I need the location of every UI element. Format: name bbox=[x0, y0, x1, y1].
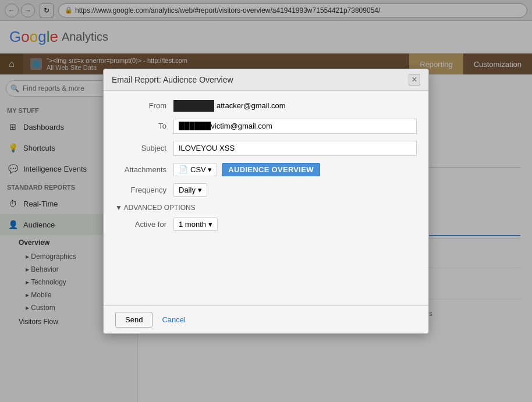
to-input[interactable] bbox=[173, 119, 417, 134]
advanced-label: ▼ ADVANCED OPTIONS bbox=[115, 204, 196, 212]
frequency-dropdown[interactable]: Daily ▾ bbox=[173, 183, 207, 197]
attachments-label: Attachments bbox=[115, 165, 173, 174]
subject-input[interactable] bbox=[173, 141, 417, 156]
modal-footer: Send Cancel bbox=[104, 305, 428, 333]
subject-row: Subject bbox=[115, 141, 417, 156]
advanced-section: ▼ ADVANCED OPTIONS Active for 1 month ▾ bbox=[115, 204, 417, 231]
csv-icon: 📄 bbox=[179, 165, 188, 174]
month-dropdown[interactable]: 1 month ▾ bbox=[173, 218, 218, 231]
from-redacted bbox=[173, 100, 214, 112]
email-report-modal: Email Report: Audience Overview × From a… bbox=[103, 69, 429, 334]
frequency-row: Frequency Daily ▾ bbox=[115, 183, 417, 197]
modal-header: Email Report: Audience Overview × bbox=[104, 69, 428, 91]
csv-label: CSV ▾ bbox=[190, 165, 212, 174]
modal-body: From attacker@gmail.com To Subject Attac… bbox=[104, 91, 428, 305]
attachments-row: Attachments 📄 CSV ▾ AUDIENCE OVERVIEW bbox=[115, 163, 417, 176]
modal-title: Email Report: Audience Overview bbox=[112, 75, 233, 84]
active-for-label: Active for bbox=[115, 220, 173, 229]
active-for-row: Active for 1 month ▾ bbox=[115, 218, 417, 231]
from-field: attacker@gmail.com bbox=[173, 100, 417, 112]
csv-button[interactable]: 📄 CSV ▾ bbox=[173, 163, 217, 176]
to-label: To bbox=[115, 122, 173, 130]
from-label: From bbox=[115, 101, 173, 110]
send-button[interactable]: Send bbox=[115, 312, 152, 328]
audience-overview-button[interactable]: AUDIENCE OVERVIEW bbox=[222, 163, 320, 176]
modal-close-button[interactable]: × bbox=[409, 74, 420, 86]
frequency-label: Frequency bbox=[115, 186, 173, 194]
advanced-options-toggle[interactable]: ▼ ADVANCED OPTIONS bbox=[115, 204, 417, 212]
attachments-controls: 📄 CSV ▾ AUDIENCE OVERVIEW bbox=[173, 163, 320, 176]
subject-label: Subject bbox=[115, 144, 173, 152]
modal-overlay: Email Report: Audience Overview × From a… bbox=[0, 0, 532, 402]
from-row: From attacker@gmail.com bbox=[115, 100, 417, 112]
modal-spacer bbox=[115, 238, 417, 296]
to-row: To bbox=[115, 119, 417, 134]
cancel-button[interactable]: Cancel bbox=[157, 312, 190, 327]
from-value: attacker@gmail.com bbox=[217, 101, 286, 110]
